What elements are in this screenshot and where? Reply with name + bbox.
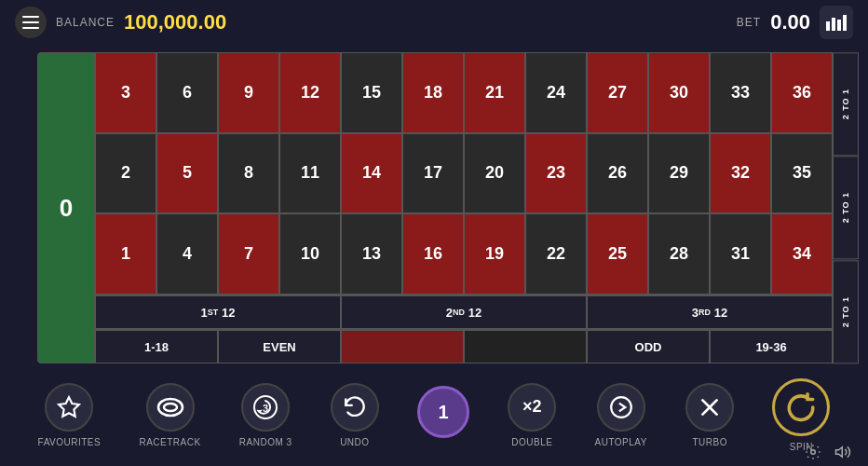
double-icon: ×2: [508, 383, 556, 432]
number-cell-18[interactable]: 18: [402, 52, 464, 133]
number-cell-15[interactable]: 15: [341, 52, 402, 133]
number-cell-35[interactable]: 35: [771, 133, 833, 214]
mult-top[interactable]: 2 TO 1: [833, 52, 859, 156]
main-grid-wrapper: 3691215182124273033362581114172023262932…: [95, 52, 833, 363]
mult-mid[interactable]: 2 TO 1: [833, 156, 859, 259]
number-cell-10[interactable]: 10: [279, 213, 341, 295]
number-cell-34[interactable]: 34: [771, 213, 833, 295]
svg-rect-3: [826, 21, 830, 31]
autoplay-icon: [597, 383, 645, 432]
racetrack-label: RACETRACK: [139, 437, 200, 447]
random3-label: RANDOM 3: [239, 437, 292, 447]
zero-cell[interactable]: 0: [37, 52, 95, 363]
bet-value: 0.00: [770, 10, 810, 34]
bet-1-18[interactable]: 1-18: [95, 330, 218, 363]
random3-button[interactable]: 3 RANDOM 3: [239, 383, 292, 447]
number-cell-16[interactable]: 16: [402, 213, 464, 295]
favourites-button[interactable]: FAVOURITES: [38, 383, 102, 447]
sound-button[interactable]: [833, 442, 853, 462]
number-cell-12[interactable]: 12: [279, 52, 341, 133]
turbo-button[interactable]: TURBO: [685, 383, 734, 447]
mult-bot[interactable]: 2 TO 1: [833, 260, 859, 363]
number-cell-29[interactable]: 29: [648, 133, 710, 214]
number-cell-7[interactable]: 7: [218, 213, 279, 295]
dozen-3rd[interactable]: 3RD 12: [587, 295, 833, 329]
number-cell-8[interactable]: 8: [218, 133, 279, 214]
outside-row: 1-18 EVEN ODD 19-36: [95, 329, 833, 363]
number-cell-1[interactable]: 1: [95, 213, 156, 295]
spin-icon: [772, 378, 830, 436]
number-cell-28[interactable]: 28: [648, 213, 710, 295]
racetrack-button[interactable]: RACETRACK: [139, 383, 200, 447]
svg-point-15: [811, 450, 816, 455]
multipliers-col: 2 TO 1 2 TO 1 2 TO 1: [833, 52, 859, 363]
toolbar: FAVOURITES RACETRACK 3 RANDOM 3: [0, 373, 868, 457]
number-cell-27[interactable]: 27: [587, 52, 648, 133]
number-cell-22[interactable]: 22: [525, 213, 587, 295]
number-cell-13[interactable]: 13: [341, 213, 402, 295]
number-cell-31[interactable]: 31: [710, 213, 771, 295]
bet-label: BET: [737, 16, 761, 29]
double-label: DOUBLE: [511, 437, 552, 447]
number-cell-32[interactable]: 32: [710, 133, 771, 214]
number-cell-23[interactable]: 23: [525, 133, 587, 214]
svg-text:3: 3: [263, 403, 268, 414]
chip-button[interactable]: 1: [417, 386, 469, 444]
chart-button[interactable]: [820, 6, 853, 39]
favourites-icon: [45, 383, 93, 432]
number-cell-17[interactable]: 17: [402, 133, 464, 214]
svg-rect-6: [843, 15, 847, 31]
settings-row: [803, 442, 853, 462]
autoplay-button[interactable]: AUTOPLAY: [595, 383, 647, 447]
random3-icon: 3: [241, 383, 290, 432]
dozen-2nd[interactable]: 2ND 12: [341, 295, 587, 329]
number-cell-11[interactable]: 11: [279, 133, 341, 214]
svg-rect-2: [22, 27, 39, 29]
number-cell-24[interactable]: 24: [525, 52, 587, 133]
bet-odd[interactable]: ODD: [587, 330, 710, 363]
svg-point-12: [611, 397, 631, 418]
racetrack-icon: [146, 383, 195, 432]
number-cell-3[interactable]: 3: [95, 52, 156, 133]
roulette-board: 0 36912151821242730333625811141720232629…: [37, 52, 859, 363]
number-cell-25[interactable]: 25: [587, 213, 648, 295]
dozens-row: 1ST 12 2ND 12 3RD 12: [95, 295, 833, 329]
menu-button[interactable]: [15, 7, 47, 38]
bet-19-36[interactable]: 19-36: [710, 330, 833, 363]
number-cell-33[interactable]: 33: [710, 52, 771, 133]
number-cell-5[interactable]: 5: [156, 133, 218, 214]
number-cell-6[interactable]: 6: [156, 52, 218, 133]
settings-gear-button[interactable]: [803, 442, 823, 462]
top-bar: BALANCE 100,000.00 BET 0.00: [0, 0, 868, 45]
number-cell-9[interactable]: 9: [218, 52, 279, 133]
bet-red[interactable]: [341, 330, 464, 363]
bet-black[interactable]: [464, 330, 587, 363]
number-cell-26[interactable]: 26: [587, 133, 648, 214]
turbo-label: TURBO: [692, 437, 727, 447]
svg-point-8: [158, 399, 183, 416]
bet-even[interactable]: EVEN: [218, 330, 341, 363]
number-cell-20[interactable]: 20: [464, 133, 525, 214]
bet-section: BET 0.00: [737, 6, 853, 39]
svg-marker-16: [836, 447, 843, 458]
svg-marker-7: [60, 397, 80, 417]
svg-rect-0: [22, 16, 39, 18]
chip-icon: 1: [417, 386, 469, 438]
number-cell-14[interactable]: 14: [341, 133, 402, 214]
undo-icon: [331, 383, 379, 432]
undo-button[interactable]: UNDO: [331, 383, 379, 447]
number-cell-19[interactable]: 19: [464, 213, 525, 295]
number-cell-30[interactable]: 30: [648, 52, 710, 133]
roulette-table: 0 36912151821242730333625811141720232629…: [37, 52, 859, 363]
favourites-label: FAVOURITES: [38, 437, 102, 447]
svg-rect-4: [832, 18, 835, 31]
double-button[interactable]: ×2 DOUBLE: [508, 383, 556, 447]
number-cell-4[interactable]: 4: [156, 213, 218, 295]
svg-point-9: [164, 404, 177, 411]
number-cell-2[interactable]: 2: [95, 133, 156, 214]
svg-rect-5: [837, 20, 841, 31]
dozen-1st[interactable]: 1ST 12: [95, 295, 341, 329]
number-cell-36[interactable]: 36: [771, 52, 833, 133]
number-cell-21[interactable]: 21: [464, 52, 525, 133]
spin-button[interactable]: SPIN: [772, 378, 830, 452]
